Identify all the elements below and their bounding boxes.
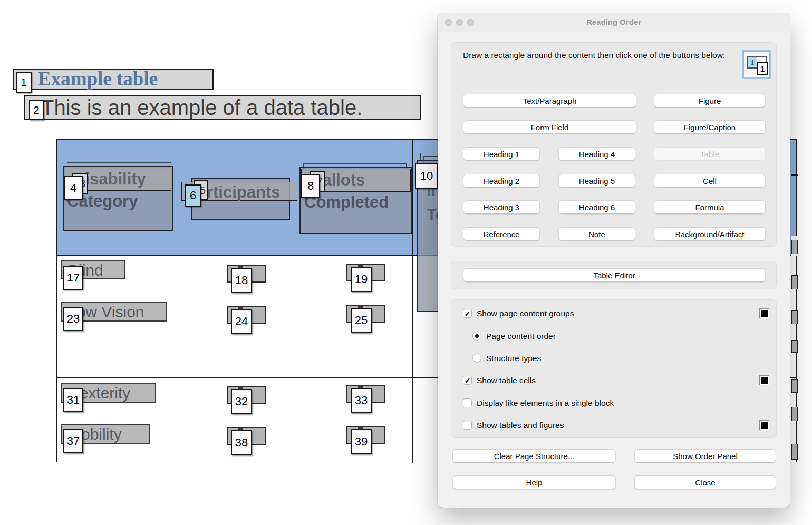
order-tag-8[interactable]: 8 bbox=[301, 174, 320, 198]
reading-order-dialog: Reading Order Draw a rectangle around th… bbox=[438, 13, 790, 508]
content-group-block bbox=[791, 407, 798, 421]
swatch-fill bbox=[761, 422, 768, 429]
order-tag-18[interactable]: 18 bbox=[231, 268, 252, 293]
heading-2-button[interactable]: Heading 2 bbox=[463, 174, 540, 188]
show-page-content-groups-label: Show page content groups bbox=[477, 309, 574, 318]
show-table-cells-checkbox[interactable]: ✓ bbox=[463, 376, 472, 385]
order-tag-23[interactable]: 23 bbox=[63, 307, 83, 331]
content-group-block bbox=[791, 444, 798, 460]
content-group-block bbox=[791, 310, 798, 324]
text-paragraph-button[interactable]: Text/Paragraph bbox=[463, 94, 636, 108]
screen: Example table 1 This is an example of a … bbox=[0, 0, 812, 525]
swatch-fill bbox=[761, 377, 768, 384]
order-tag-10[interactable]: 10 bbox=[415, 163, 438, 189]
display-like-elements-checkbox[interactable] bbox=[463, 398, 472, 407]
doc-heading: Example table bbox=[38, 67, 158, 90]
cell-button[interactable]: Cell bbox=[654, 174, 766, 188]
background-artifact-button[interactable]: Background/Artifact bbox=[654, 227, 766, 241]
doc-paragraph: This is an example of a data table. bbox=[41, 96, 362, 120]
order-number-icon: 1 bbox=[757, 62, 768, 75]
order-tag-4[interactable]: 4 bbox=[64, 176, 83, 200]
show-table-cells-label: Show table cells bbox=[477, 376, 536, 385]
clear-page-structure-button[interactable]: Clear Page Structure... bbox=[452, 449, 616, 463]
order-tag-2[interactable]: 2 bbox=[29, 100, 44, 120]
close-button[interactable]: Close bbox=[634, 475, 776, 489]
show-tables-and-figures-checkbox[interactable] bbox=[463, 421, 472, 430]
order-tag-24[interactable]: 24 bbox=[231, 309, 252, 334]
page-content-groups-color-swatch[interactable] bbox=[759, 308, 769, 318]
show-order-panel-button[interactable]: Show Order Panel bbox=[634, 449, 776, 463]
table-button: Table bbox=[654, 147, 766, 161]
form-field-button[interactable]: Form Field bbox=[463, 120, 636, 134]
swatch-fill bbox=[761, 310, 768, 317]
radio-dot bbox=[475, 334, 479, 338]
tables-and-figures-color-swatch[interactable] bbox=[759, 420, 769, 430]
display-like-elements-label: Display like elements in a single block bbox=[477, 398, 614, 408]
heading-6-button[interactable]: Heading 6 bbox=[558, 200, 635, 214]
table-editor-button[interactable]: Table Editor bbox=[463, 268, 766, 282]
show-tables-and-figures-label: Show tables and figures bbox=[477, 421, 564, 430]
heading-5-button[interactable]: Heading 5 bbox=[558, 174, 635, 188]
formula-button[interactable]: Formula bbox=[654, 200, 766, 214]
heading-1-button[interactable]: Heading 1 bbox=[463, 147, 540, 161]
order-tag-25[interactable]: 25 bbox=[351, 308, 372, 333]
content-group-block bbox=[791, 275, 798, 289]
order-tag-33[interactable]: 33 bbox=[351, 388, 372, 413]
order-tag-1[interactable]: 1 bbox=[16, 72, 32, 93]
structure-types-radio[interactable] bbox=[472, 354, 481, 363]
show-page-content-groups-checkbox[interactable]: ✓ bbox=[463, 309, 472, 318]
order-tag-39[interactable]: 39 bbox=[351, 429, 372, 454]
content-group-block bbox=[791, 340, 798, 353]
content-group-block bbox=[791, 240, 798, 254]
structure-types-label: Structure types bbox=[486, 354, 541, 363]
sliver-divider bbox=[791, 174, 798, 176]
order-tag-37[interactable]: 37 bbox=[63, 429, 83, 453]
structure-group-box bbox=[451, 42, 777, 247]
order-tag-32[interactable]: 32 bbox=[231, 389, 252, 414]
heading-3-button[interactable]: Heading 3 bbox=[463, 200, 540, 214]
note-button[interactable]: Note bbox=[558, 227, 635, 241]
figure-button[interactable]: Figure bbox=[654, 94, 766, 108]
order-tag-19[interactable]: 19 bbox=[351, 267, 372, 292]
table-cells-color-swatch[interactable] bbox=[759, 375, 769, 385]
heading-4-button[interactable]: Heading 4 bbox=[558, 147, 635, 161]
text-tag-icon: T bbox=[748, 57, 757, 67]
instruction-text: Draw a rectangle around the content then… bbox=[463, 49, 727, 62]
page-content-order-radio[interactable] bbox=[472, 332, 481, 341]
order-tag-31[interactable]: 31 bbox=[63, 388, 83, 412]
order-tag-6-selected[interactable]: 6 bbox=[185, 184, 201, 207]
figure-caption-button[interactable]: Figure/Caption bbox=[654, 120, 766, 134]
order-tag-17[interactable]: 17 bbox=[63, 266, 83, 290]
help-button[interactable]: Help bbox=[452, 475, 616, 489]
content-group-block bbox=[791, 379, 798, 393]
dialog-title: Reading Order bbox=[438, 17, 790, 26]
page-content-order-label: Page content order bbox=[486, 332, 556, 341]
order-tag-38[interactable]: 38 bbox=[231, 430, 252, 455]
reference-button[interactable]: Reference bbox=[463, 227, 540, 241]
dialog-titlebar: Reading Order bbox=[438, 13, 790, 32]
tag-text-figure-icon[interactable]: T 1 bbox=[742, 50, 771, 79]
options-group-box bbox=[451, 299, 777, 438]
